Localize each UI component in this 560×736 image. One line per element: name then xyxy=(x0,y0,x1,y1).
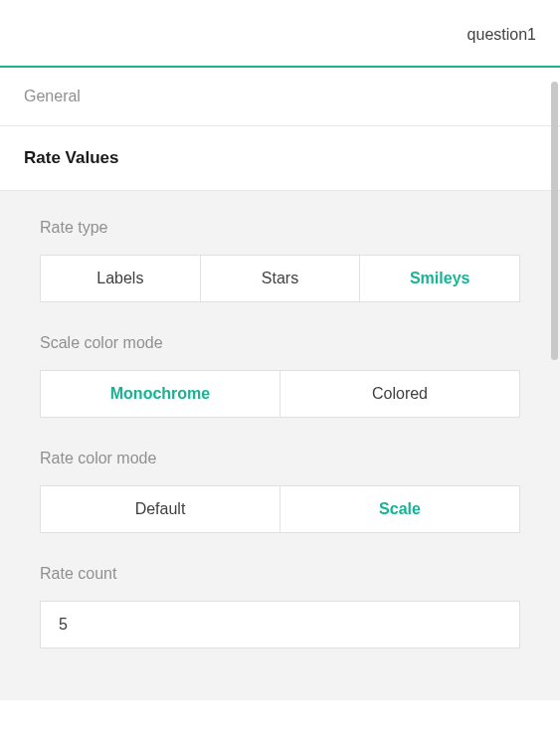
rate-type-option-labels[interactable]: Labels xyxy=(41,256,201,301)
scrollbar-thumb[interactable] xyxy=(551,82,558,360)
rate-type-label: Rate type xyxy=(40,219,520,237)
rate-color-mode-group: Default Scale xyxy=(40,485,520,533)
tab-general-label: General xyxy=(24,88,81,104)
tab-rate-values[interactable]: Rate Values xyxy=(0,126,560,191)
scale-color-mode-group: Monochrome Colored xyxy=(40,370,520,418)
rate-color-mode-option-scale[interactable]: Scale xyxy=(280,486,519,532)
panel-header: question1 xyxy=(0,0,560,68)
header-title: question1 xyxy=(467,26,536,43)
scale-color-mode-option-colored[interactable]: Colored xyxy=(280,371,519,417)
rate-color-mode-label: Rate color mode xyxy=(40,450,520,467)
tab-rate-values-label: Rate Values xyxy=(24,148,118,167)
rate-color-mode-option-default[interactable]: Default xyxy=(41,486,280,532)
rate-count-input[interactable] xyxy=(40,601,520,648)
scale-color-mode-label: Scale color mode xyxy=(40,334,520,352)
tab-general[interactable]: General xyxy=(0,68,560,126)
scale-color-mode-option-monochrome[interactable]: Monochrome xyxy=(41,371,280,417)
rate-count-label: Rate count xyxy=(40,565,520,583)
rate-type-option-smileys[interactable]: Smileys xyxy=(360,256,519,301)
rate-count-field: Rate count xyxy=(40,565,520,648)
rate-type-field: Rate type Labels Stars Smileys xyxy=(40,219,520,302)
scroll-area[interactable]: General Rate Values Rate type Labels Sta… xyxy=(0,68,560,736)
rate-values-panel: Rate type Labels Stars Smileys Scale col… xyxy=(0,191,560,700)
scale-color-mode-field: Scale color mode Monochrome Colored xyxy=(40,334,520,418)
rate-color-mode-field: Rate color mode Default Scale xyxy=(40,450,520,533)
rate-type-option-stars[interactable]: Stars xyxy=(201,256,361,301)
rate-type-group: Labels Stars Smileys xyxy=(40,255,520,302)
